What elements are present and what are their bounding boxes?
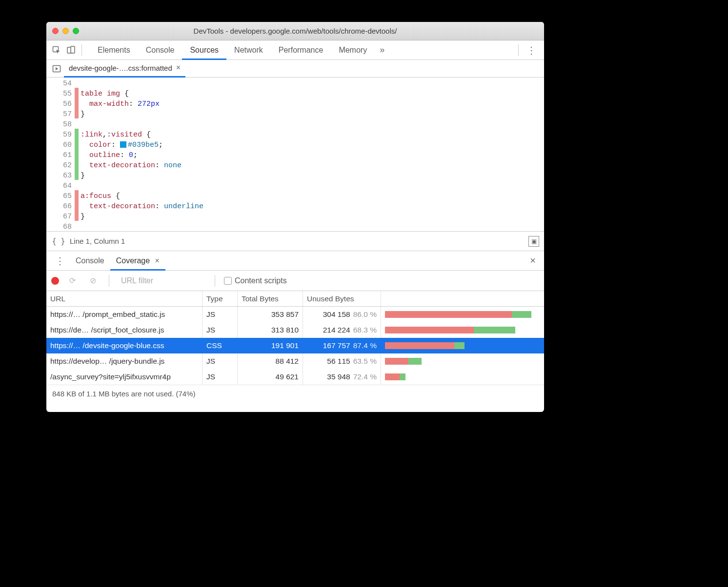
devtools-tabs: ElementsConsoleSourcesNetworkPerformance… [46, 40, 544, 60]
code-line[interactable]: } [81, 212, 544, 222]
close-drawer-button[interactable]: × [526, 254, 540, 268]
cell-url: https://… /prompt_embed_static.js [46, 307, 202, 322]
code-editor[interactable]: 545556575859606162636465666768 table img… [46, 78, 544, 232]
coverage-marker [75, 170, 79, 180]
code-line[interactable]: } [81, 171, 544, 181]
cell-type: JS [202, 353, 238, 369]
reload-button[interactable]: ⟳ [65, 274, 80, 288]
navigator-toggle-icon[interactable] [49, 61, 64, 76]
line-number: 67 [46, 212, 72, 222]
separator [215, 275, 215, 287]
tab-sources[interactable]: Sources [182, 40, 226, 60]
editor-status-bar: { } Line 1, Column 1 ▣ [46, 232, 544, 251]
checkbox-label: Content scripts [235, 276, 287, 285]
code-line[interactable]: :link,:visited { [81, 130, 544, 140]
cell-usage-bar [381, 338, 544, 353]
coverage-marker [75, 108, 79, 118]
toggle-sidebar-button[interactable]: ▣ [528, 236, 539, 247]
pretty-print-button[interactable]: { } [51, 234, 66, 249]
line-number: 64 [46, 181, 72, 191]
line-number: 55 [46, 89, 72, 99]
table-header: URL Type Total Bytes Unused Bytes [46, 291, 544, 307]
line-number: 68 [46, 222, 72, 232]
cell-url: https://de… /script_foot_closure.js [46, 322, 202, 338]
content-scripts-checkbox[interactable]: Content scripts [224, 276, 287, 285]
more-options-button[interactable]: ⋮ [522, 44, 541, 56]
separator [109, 275, 109, 287]
line-number: 59 [46, 130, 72, 140]
tab-console[interactable]: Console [138, 40, 182, 60]
cell-total-bytes: 353 857 [238, 307, 303, 322]
cell-unused-bytes: 56 11563.5 % [303, 353, 381, 369]
code-line[interactable]: color: #039be5; [81, 140, 544, 150]
maximize-window-button[interactable] [73, 28, 79, 34]
coverage-marker [75, 180, 79, 190]
tab-network[interactable]: Network [226, 40, 271, 60]
separator [81, 44, 82, 56]
drawer-more-button[interactable]: ⋮ [50, 255, 70, 267]
cell-usage-bar [381, 307, 544, 322]
drawer-tab-console[interactable]: Console [70, 251, 110, 271]
window-controls [52, 28, 79, 34]
col-url[interactable]: URL [46, 291, 202, 306]
cell-unused-bytes: 35 94872.4 % [303, 369, 381, 385]
line-number-gutter: 545556575859606162636465666768 [46, 78, 75, 231]
table-row[interactable]: https://develop… /jquery-bundle.jsJS88 4… [46, 353, 544, 369]
code-line[interactable] [81, 181, 544, 191]
code-line[interactable] [81, 119, 544, 130]
inspect-element-icon[interactable] [49, 43, 64, 58]
code-line[interactable]: max-width: 272px [81, 99, 544, 109]
drawer-tab-coverage[interactable]: Coverage × [110, 251, 165, 271]
col-bar [381, 291, 544, 306]
coverage-table: URL Type Total Bytes Unused Bytes https:… [46, 291, 544, 385]
checkbox-icon[interactable] [224, 277, 232, 285]
tab-performance[interactable]: Performance [271, 40, 331, 60]
coverage-summary: 848 KB of 1.1 MB bytes are not used. (74… [46, 385, 544, 402]
col-unused[interactable]: Unused Bytes [303, 291, 381, 306]
code-line[interactable]: text-decoration: underline [81, 201, 544, 212]
line-number: 63 [46, 171, 72, 181]
code-line[interactable]: text-decoration: none [81, 160, 544, 171]
col-total[interactable]: Total Bytes [238, 291, 303, 306]
coverage-marker [75, 200, 79, 211]
minimize-window-button[interactable] [62, 28, 69, 34]
file-tab-label: devsite-google-….css:formatted [69, 64, 172, 72]
line-number: 66 [46, 201, 72, 212]
cell-unused-bytes: 167 75787.4 % [303, 338, 381, 353]
table-row[interactable]: /async_survey?site=ylj5ifxusvvmr4pJS49 6… [46, 369, 544, 385]
line-number: 58 [46, 119, 72, 130]
table-row[interactable]: https://… /prompt_embed_static.jsJS353 8… [46, 307, 544, 322]
cell-total-bytes: 49 621 [238, 369, 303, 385]
cell-unused-bytes: 214 22468.3 % [303, 322, 381, 338]
code-line[interactable]: a:focus { [81, 191, 544, 201]
cell-type: CSS [202, 338, 238, 353]
code-line[interactable]: } [81, 109, 544, 119]
clear-button[interactable]: ⊘ [85, 274, 100, 288]
file-tab-active[interactable]: devsite-google-….css:formatted × [64, 60, 185, 78]
close-window-button[interactable] [52, 28, 59, 34]
url-filter-input[interactable]: URL filter [118, 276, 206, 285]
col-type[interactable]: Type [202, 291, 238, 306]
coverage-marker [75, 129, 79, 139]
code-line[interactable] [81, 222, 544, 232]
line-number: 65 [46, 191, 72, 201]
record-button[interactable] [51, 277, 59, 285]
coverage-marker [75, 190, 79, 200]
close-file-tab-button[interactable]: × [176, 63, 181, 72]
line-number: 60 [46, 140, 72, 150]
code-line[interactable]: table img { [81, 89, 544, 99]
code-line[interactable]: outline: 0; [81, 150, 544, 160]
code-content[interactable]: table img { max-width: 272px}:link,:visi… [79, 78, 544, 231]
table-row[interactable]: https://… /devsite-google-blue.cssCSS191… [46, 338, 544, 353]
device-toolbar-icon[interactable] [64, 43, 79, 58]
coverage-gutter [75, 78, 79, 231]
table-row[interactable]: https://de… /script_foot_closure.jsJS313… [46, 322, 544, 338]
cell-usage-bar [381, 353, 544, 369]
devtools-window: DevTools - developers.google.com/web/too… [46, 22, 544, 412]
tabs-overflow-button[interactable]: » [375, 43, 389, 58]
cell-total-bytes: 313 810 [238, 322, 303, 338]
tab-memory[interactable]: Memory [331, 40, 375, 60]
close-drawer-tab-button[interactable]: × [155, 256, 160, 265]
tab-elements[interactable]: Elements [90, 40, 138, 60]
drawer-tab-label: Coverage [116, 256, 150, 265]
